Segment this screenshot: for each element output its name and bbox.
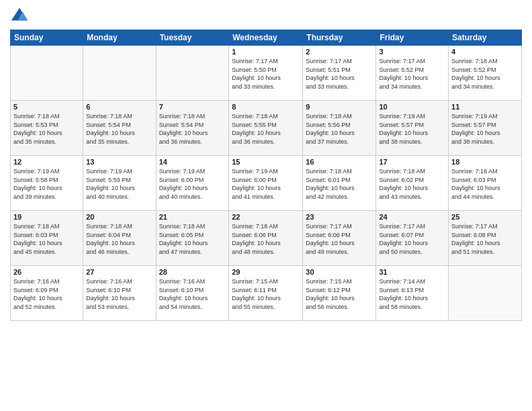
calendar-day-10: 10Sunrise: 7:19 AMSunset: 5:57 PMDayligh… — [376, 101, 449, 156]
calendar-day-30: 30Sunrise: 7:15 AMSunset: 6:12 PMDayligh… — [303, 266, 376, 321]
day-info: Sunrise: 7:18 AMSunset: 6:01 PMDaylight:… — [306, 167, 373, 201]
day-info: Sunrise: 7:17 AMSunset: 6:08 PMDaylight:… — [451, 222, 519, 256]
day-info: Sunrise: 7:16 AMSunset: 6:10 PMDaylight:… — [86, 277, 152, 311]
day-info: Sunrise: 7:19 AMSunset: 5:57 PMDaylight:… — [379, 112, 445, 146]
day-info: Sunrise: 7:18 AMSunset: 6:04 PMDaylight:… — [86, 222, 152, 256]
day-number: 13 — [86, 158, 152, 166]
calendar-day-3: 3Sunrise: 7:17 AMSunset: 5:52 PMDaylight… — [376, 46, 449, 101]
day-info: Sunrise: 7:18 AMSunset: 6:02 PMDaylight:… — [379, 167, 445, 201]
day-info: Sunrise: 7:18 AMSunset: 5:56 PMDaylight:… — [306, 112, 373, 146]
calendar-day-25: 25Sunrise: 7:17 AMSunset: 6:08 PMDayligh… — [449, 211, 522, 266]
header — [10, 7, 522, 26]
calendar-day-15: 15Sunrise: 7:19 AMSunset: 6:00 PMDayligh… — [229, 156, 303, 211]
weekday-saturday: Saturday — [449, 30, 522, 46]
calendar-day-31: 31Sunrise: 7:14 AMSunset: 6:13 PMDayligh… — [376, 266, 449, 321]
day-number: 15 — [232, 158, 300, 166]
calendar-day-20: 20Sunrise: 7:18 AMSunset: 6:04 PMDayligh… — [83, 211, 156, 266]
calendar-day-13: 13Sunrise: 7:19 AMSunset: 5:59 PMDayligh… — [83, 156, 156, 211]
day-number: 11 — [451, 103, 519, 111]
calendar-day-26: 26Sunrise: 7:16 AMSunset: 6:09 PMDayligh… — [11, 266, 83, 321]
day-number: 17 — [379, 158, 445, 166]
calendar: SundayMondayTuesdayWednesdayThursdayFrid… — [10, 30, 522, 321]
day-number: 2 — [306, 48, 373, 56]
calendar-day-11: 11Sunrise: 7:19 AMSunset: 5:57 PMDayligh… — [449, 101, 522, 156]
day-info: Sunrise: 7:19 AMSunset: 5:59 PMDaylight:… — [86, 167, 152, 201]
day-number: 1 — [232, 48, 300, 56]
calendar-day-7: 7Sunrise: 7:18 AMSunset: 5:54 PMDaylight… — [156, 101, 229, 156]
calendar-week-5: 26Sunrise: 7:16 AMSunset: 6:09 PMDayligh… — [11, 266, 522, 321]
day-number: 23 — [306, 213, 373, 221]
day-info: Sunrise: 7:18 AMSunset: 5:53 PMDaylight:… — [13, 112, 80, 146]
day-number: 30 — [306, 268, 373, 276]
calendar-day-27: 27Sunrise: 7:16 AMSunset: 6:10 PMDayligh… — [83, 266, 156, 321]
calendar-day-21: 21Sunrise: 7:18 AMSunset: 6:05 PMDayligh… — [156, 211, 229, 266]
calendar-day-24: 24Sunrise: 7:17 AMSunset: 6:07 PMDayligh… — [376, 211, 449, 266]
day-number: 8 — [232, 103, 300, 111]
calendar-week-4: 19Sunrise: 7:18 AMSunset: 6:03 PMDayligh… — [11, 211, 522, 266]
day-number: 26 — [13, 268, 80, 276]
day-number: 3 — [379, 48, 445, 56]
day-info: Sunrise: 7:19 AMSunset: 6:00 PMDaylight:… — [232, 167, 300, 201]
calendar-day-23: 23Sunrise: 7:17 AMSunset: 6:06 PMDayligh… — [303, 211, 376, 266]
calendar-week-2: 5Sunrise: 7:18 AMSunset: 5:53 PMDaylight… — [11, 101, 522, 156]
day-number: 24 — [379, 213, 445, 221]
day-info: Sunrise: 7:18 AMSunset: 5:55 PMDaylight:… — [232, 112, 300, 146]
day-info: Sunrise: 7:18 AMSunset: 6:06 PMDaylight:… — [232, 222, 300, 256]
day-number: 19 — [13, 213, 80, 221]
day-number: 29 — [232, 268, 300, 276]
calendar-day-9: 9Sunrise: 7:18 AMSunset: 5:56 PMDaylight… — [303, 101, 376, 156]
day-info: Sunrise: 7:18 AMSunset: 6:03 PMDaylight:… — [13, 222, 80, 256]
day-info: Sunrise: 7:18 AMSunset: 5:54 PMDaylight:… — [159, 112, 226, 146]
day-number: 18 — [451, 158, 519, 166]
weekday-monday: Monday — [83, 30, 156, 46]
calendar-day-14: 14Sunrise: 7:19 AMSunset: 6:00 PMDayligh… — [156, 156, 229, 211]
logo — [10, 7, 32, 26]
calendar-day-28: 28Sunrise: 7:16 AMSunset: 6:10 PMDayligh… — [156, 266, 229, 321]
calendar-day-18: 18Sunrise: 7:18 AMSunset: 6:03 PMDayligh… — [449, 156, 522, 211]
day-number: 14 — [159, 158, 226, 166]
calendar-day-22: 22Sunrise: 7:18 AMSunset: 6:06 PMDayligh… — [229, 211, 303, 266]
day-info: Sunrise: 7:14 AMSunset: 6:13 PMDaylight:… — [379, 277, 445, 311]
day-info: Sunrise: 7:15 AMSunset: 6:12 PMDaylight:… — [306, 277, 373, 311]
day-info: Sunrise: 7:17 AMSunset: 6:07 PMDaylight:… — [379, 222, 445, 256]
calendar-day-4: 4Sunrise: 7:18 AMSunset: 5:52 PMDaylight… — [449, 46, 522, 101]
calendar-day-6: 6Sunrise: 7:18 AMSunset: 5:54 PMDaylight… — [83, 101, 156, 156]
calendar-day-29: 29Sunrise: 7:15 AMSunset: 6:11 PMDayligh… — [229, 266, 303, 321]
day-info: Sunrise: 7:18 AMSunset: 6:03 PMDaylight:… — [451, 167, 519, 201]
calendar-week-1: 1Sunrise: 7:17 AMSunset: 5:50 PMDaylight… — [11, 46, 522, 101]
day-number: 4 — [451, 48, 519, 56]
logo-icon — [10, 7, 29, 26]
day-number: 21 — [159, 213, 226, 221]
empty-cell — [83, 46, 156, 101]
day-number: 22 — [232, 213, 300, 221]
day-info: Sunrise: 7:17 AMSunset: 6:06 PMDaylight:… — [306, 222, 373, 256]
empty-cell — [11, 46, 83, 101]
weekday-header-row: SundayMondayTuesdayWednesdayThursdayFrid… — [11, 30, 522, 46]
day-info: Sunrise: 7:18 AMSunset: 5:52 PMDaylight:… — [451, 57, 519, 91]
day-number: 10 — [379, 103, 445, 111]
calendar-day-8: 8Sunrise: 7:18 AMSunset: 5:55 PMDaylight… — [229, 101, 303, 156]
calendar-day-17: 17Sunrise: 7:18 AMSunset: 6:02 PMDayligh… — [376, 156, 449, 211]
calendar-day-1: 1Sunrise: 7:17 AMSunset: 5:50 PMDaylight… — [229, 46, 303, 101]
day-number: 9 — [306, 103, 373, 111]
day-number: 16 — [306, 158, 373, 166]
weekday-thursday: Thursday — [303, 30, 376, 46]
day-info: Sunrise: 7:17 AMSunset: 5:50 PMDaylight:… — [232, 57, 300, 91]
day-number: 20 — [86, 213, 152, 221]
day-info: Sunrise: 7:17 AMSunset: 5:52 PMDaylight:… — [379, 57, 445, 91]
day-info: Sunrise: 7:19 AMSunset: 5:57 PMDaylight:… — [451, 112, 519, 146]
calendar-day-5: 5Sunrise: 7:18 AMSunset: 5:53 PMDaylight… — [11, 101, 83, 156]
calendar-day-19: 19Sunrise: 7:18 AMSunset: 6:03 PMDayligh… — [11, 211, 83, 266]
calendar-week-3: 12Sunrise: 7:19 AMSunset: 5:58 PMDayligh… — [11, 156, 522, 211]
day-number: 28 — [159, 268, 226, 276]
day-info: Sunrise: 7:16 AMSunset: 6:09 PMDaylight:… — [13, 277, 80, 311]
weekday-tuesday: Tuesday — [156, 30, 229, 46]
day-number: 12 — [13, 158, 80, 166]
calendar-day-12: 12Sunrise: 7:19 AMSunset: 5:58 PMDayligh… — [11, 156, 83, 211]
weekday-sunday: Sunday — [11, 30, 83, 46]
day-info: Sunrise: 7:19 AMSunset: 6:00 PMDaylight:… — [159, 167, 226, 201]
weekday-wednesday: Wednesday — [229, 30, 303, 46]
empty-cell — [156, 46, 229, 101]
page: SundayMondayTuesdayWednesdayThursdayFrid… — [0, 0, 532, 411]
day-info: Sunrise: 7:18 AMSunset: 5:54 PMDaylight:… — [86, 112, 152, 146]
